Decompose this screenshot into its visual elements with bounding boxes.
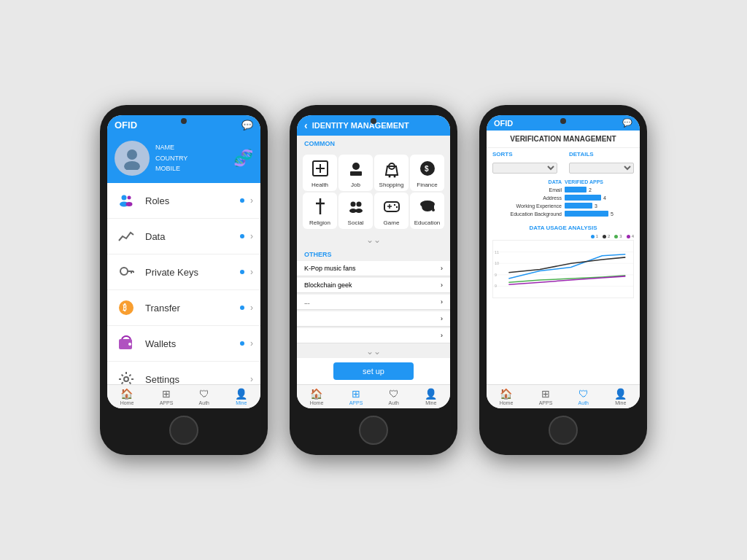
phone-3: OFID 💬 VERIFICATION MANAGEMENT SORTS DET… — [479, 105, 647, 455]
data-dot — [240, 234, 244, 238]
p2-nav-mine[interactable]: 👤 Mine — [425, 388, 437, 405]
phone-2-bottom — [297, 416, 450, 445]
shopping-label: Shopping — [379, 182, 404, 188]
transfer-icon: ₿ — [115, 296, 138, 319]
phone-2-bottom-nav: 🏠 Home ⊞ APPS 🛡 Auth 👤 Mine — [297, 384, 450, 408]
others-item-3[interactable]: ... › — [297, 295, 450, 310]
data-table: DATA VERIFIED APPS Email 2 Address — [487, 176, 640, 222]
svg-point-38 — [432, 209, 435, 211]
transfer-dot — [240, 306, 244, 310]
sorts-details-row: SORTS DETAILS — [487, 148, 640, 176]
menu-item-transfer[interactable]: ₿ Transfer › — [107, 290, 260, 326]
empty-chevron-1: › — [441, 315, 443, 322]
legend-label-3: 3 — [619, 234, 622, 238]
working-exp-bar — [565, 203, 592, 209]
others-item-2[interactable]: Blockchain geek › — [297, 278, 450, 293]
details-select[interactable] — [569, 163, 634, 174]
p2-nav-apps[interactable]: ⊞ APPS — [349, 388, 363, 405]
legend-label-4: 4 — [632, 234, 634, 238]
identity-item-shopping[interactable]: Shopping — [374, 155, 409, 191]
identity-item-religion[interactable]: Religion — [303, 192, 337, 229]
address-label: Address — [492, 195, 562, 201]
nav-home[interactable]: 🏠 Home — [120, 388, 134, 405]
p2-apps-label: APPS — [349, 400, 363, 405]
svg-text:11: 11 — [495, 250, 499, 254]
phone-1-bottom-nav: 🏠 Home ⊞ APPS 🛡 Auth 👤 Mine — [107, 384, 260, 408]
p2-auth-label: Auth — [389, 400, 399, 405]
p3-nav-mine[interactable]: 👤 Mine — [614, 388, 627, 405]
p3-nav-home[interactable]: 🏠 Home — [500, 388, 514, 405]
menu-item-private-keys[interactable]: Private Keys › — [107, 254, 260, 290]
p3-mine-icon: 👤 — [614, 388, 627, 400]
phone-1: OFID 💬 NAME COUNTRY MOBILE 🧬 — [100, 105, 268, 455]
identity-item-health[interactable]: Health — [303, 155, 337, 191]
data-label: Data — [145, 231, 165, 242]
email-label: Email — [492, 187, 562, 192]
home-button-2[interactable] — [359, 416, 388, 445]
private-keys-icon — [115, 260, 138, 284]
social-label: Social — [348, 219, 364, 226]
sorts-title: SORTS — [492, 151, 557, 158]
profile-name: NAME — [155, 142, 187, 152]
identity-item-job[interactable]: Job — [338, 155, 373, 191]
p3-home-label: Home — [500, 400, 514, 405]
auth-nav-label: Auth — [199, 400, 209, 405]
menu-item-wallets[interactable]: Wallets › — [107, 326, 260, 362]
data-table-header: DATA VERIFIED APPS — [492, 179, 634, 184]
p3-auth-icon: 🛡 — [578, 388, 589, 400]
verified-apps-col-header: VERIFIED APPS — [565, 179, 634, 184]
finance-label: Finance — [417, 182, 437, 188]
game-icon — [382, 197, 401, 217]
p2-auth-icon: 🛡 — [389, 388, 399, 400]
p3-nav-apps[interactable]: ⊞ APPS — [539, 388, 553, 405]
details-col: DETAILS — [563, 148, 640, 176]
nav-apps[interactable]: ⊞ APPS — [160, 388, 174, 405]
finance-icon: $ — [418, 159, 437, 179]
menu-item-data[interactable]: Data › — [107, 219, 260, 254]
identity-item-game[interactable]: Game — [374, 192, 409, 229]
collapse-icon[interactable]: ⌄⌄ — [297, 233, 450, 246]
identity-item-social[interactable]: Social — [338, 192, 373, 229]
profile-info: NAME COUNTRY MOBILE — [155, 142, 187, 174]
others-section: OTHERS K-Pop music fans › Blockchain gee… — [297, 246, 450, 358]
address-count: 4 — [603, 195, 606, 201]
nav-mine[interactable]: 👤 Mine — [235, 388, 247, 405]
data-icon — [115, 225, 138, 248]
others-item-4[interactable]: › — [297, 311, 450, 327]
others-item-5[interactable]: › — [297, 328, 450, 343]
p2-nav-home[interactable]: 🏠 Home — [310, 388, 324, 405]
wallets-dot — [240, 341, 244, 346]
working-exp-label: Working Experience — [492, 203, 562, 209]
home-button-1[interactable] — [169, 416, 198, 445]
menu-item-roles[interactable]: Roles › — [107, 183, 260, 219]
back-arrow-icon[interactable]: ‹ — [304, 120, 308, 131]
mine-nav-icon: 👤 — [235, 388, 247, 400]
phone-3-message-icon[interactable]: 💬 — [622, 118, 632, 128]
svg-point-35 — [395, 206, 397, 208]
identity-header: ‹ IDENTITY MANAGEMENT — [297, 115, 450, 136]
home-button-3[interactable] — [549, 416, 578, 445]
dna-icon: 🧬 — [233, 149, 253, 168]
others-item-1[interactable]: K-Pop music fans › — [297, 261, 450, 276]
nav-auth[interactable]: 🛡 Auth — [199, 388, 209, 405]
sorts-select[interactable] — [492, 163, 557, 174]
wallets-label: Wallets — [145, 338, 176, 349]
identity-item-finance[interactable]: $ Finance — [410, 155, 444, 191]
phone-3-title: OFID — [494, 119, 513, 128]
message-icon[interactable]: 💬 — [241, 120, 253, 131]
setup-button[interactable]: set up — [333, 362, 414, 380]
email-count: 2 — [589, 187, 592, 192]
dots-label: ... — [304, 298, 310, 306]
menu-item-settings[interactable]: Settings › — [107, 362, 260, 384]
p3-nav-auth[interactable]: 🛡 Auth — [578, 388, 589, 405]
health-label: Health — [311, 182, 328, 188]
private-keys-label: Private Keys — [145, 267, 198, 278]
p2-nav-auth[interactable]: 🛡 Auth — [389, 388, 399, 405]
svg-point-1 — [124, 161, 140, 170]
p2-home-icon: 🏠 — [310, 388, 322, 400]
identity-item-education[interactable]: Education — [410, 192, 444, 229]
collapse-others-icon[interactable]: ⌄⌄ — [297, 345, 450, 358]
phone-1-title: OFID — [115, 120, 137, 131]
job-label: Job — [351, 182, 360, 188]
data-chevron: › — [250, 231, 253, 241]
